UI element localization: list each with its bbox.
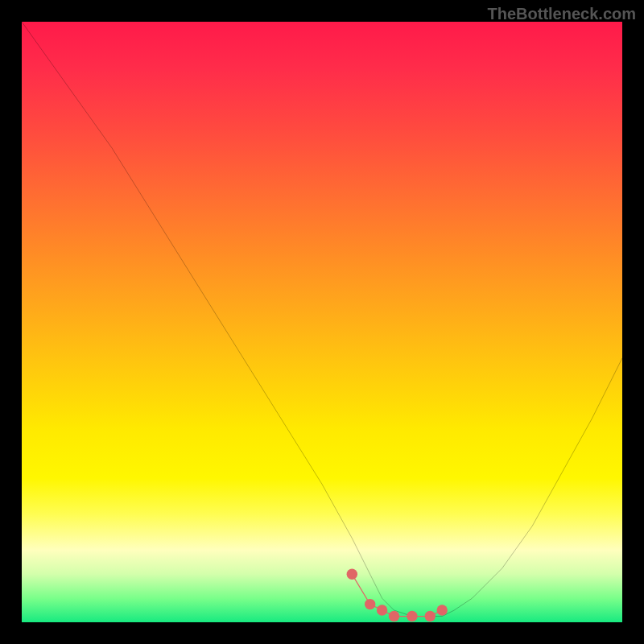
bottleneck-curve	[22, 22, 622, 617]
highlight-point	[365, 599, 375, 609]
highlight-point	[347, 569, 357, 580]
plot-area	[22, 22, 622, 622]
highlight-point	[389, 611, 399, 621]
highlight-point	[425, 611, 436, 621]
bottleneck-curve-svg	[22, 22, 622, 622]
optimal-range-highlight	[352, 574, 442, 616]
chart-container: TheBottleneck.com	[0, 0, 644, 644]
highlight-point	[436, 605, 447, 615]
watermark-text: TheBottleneck.com	[488, 5, 636, 23]
optimal-range-points	[347, 569, 448, 622]
highlight-point	[407, 611, 417, 621]
highlight-point	[377, 605, 387, 615]
